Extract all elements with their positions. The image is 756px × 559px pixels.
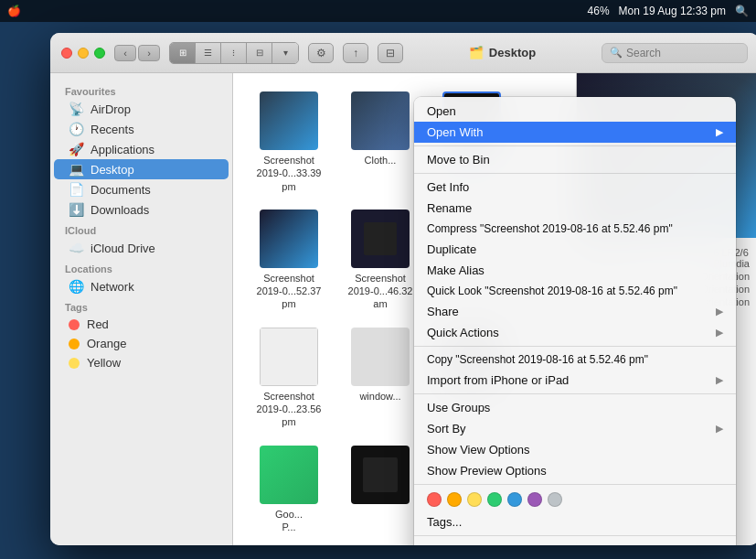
ctx-sep-4 — [414, 393, 736, 394]
sidebar-item-downloads[interactable]: ⬇️ Downloads — [54, 199, 229, 220]
ctx-show-view-options-label: Show View Options — [427, 443, 530, 457]
close-button[interactable] — [61, 48, 72, 59]
ctx-copy[interactable]: Copy "Screenshot 2019-08-16 at 5.52.46 p… — [414, 349, 736, 370]
sidebar-item-recents[interactable]: 🕐 Recents — [54, 119, 229, 139]
sidebar-item-tag-yellow[interactable]: Yellow — [54, 353, 229, 372]
ctx-use-groups[interactable]: Use Groups — [414, 397, 736, 418]
ctx-share[interactable]: Share ▶ — [414, 301, 736, 322]
search-bar[interactable]: 🔍 — [602, 43, 748, 63]
applications-icon: 🚀 — [69, 142, 83, 156]
ctx-tags[interactable]: Tags... — [414, 511, 736, 532]
ctx-sep-3 — [414, 346, 736, 347]
menubar-datetime: Mon 19 Aug 12:33 pm — [619, 5, 726, 17]
ctx-show-view-options[interactable]: Show View Options — [414, 439, 736, 460]
sidebar-section-favourites: Favourites — [50, 81, 232, 99]
menubar-search-icon[interactable]: 🔍 — [735, 5, 749, 17]
file-item-4[interactable]: Screenshot2019-0...46.32 am — [339, 206, 421, 315]
forward-button[interactable]: › — [138, 45, 160, 61]
file-thumb-4 — [351, 210, 410, 268]
minimize-button[interactable] — [78, 48, 89, 59]
menubar-right: 46% Mon 19 Aug 12:33 pm 🔍 — [588, 5, 749, 17]
file-item-6[interactable]: Screenshot2019-0...23.56 pm — [248, 324, 330, 433]
menubar-left: 🍎 — [7, 5, 21, 17]
tag-orange-label: Orange — [87, 337, 126, 350]
sidebar: Favourites 📡 AirDrop 🕐 Recents 🚀 Applica… — [50, 73, 233, 545]
ctx-sep-2 — [414, 173, 736, 174]
sidebar-item-network[interactable]: 🌐 Network — [54, 276, 229, 296]
ctx-copy-label: Copy "Screenshot 2019-08-16 at 5.52.46 p… — [427, 353, 648, 366]
ctx-sep-1 — [414, 145, 736, 146]
documents-label: Documents — [91, 183, 151, 197]
search-input[interactable] — [626, 47, 740, 59]
ctx-compress[interactable]: Compress "Screenshot 2019-08-16 at 5.52.… — [414, 219, 736, 239]
icloud-label: iCloud Drive — [91, 242, 155, 255]
ctx-quick-actions[interactable]: Quick Actions ▶ — [414, 322, 736, 343]
ctx-compress-label: Compress "Screenshot 2019-08-16 at 5.52.… — [427, 222, 673, 235]
arrange-button[interactable]: ⊟ — [378, 43, 403, 63]
ctx-sep-6 — [414, 535, 736, 536]
file-item-7[interactable]: window... — [339, 324, 421, 433]
sidebar-item-icloud-drive[interactable]: ☁️ iCloud Drive — [54, 238, 229, 258]
ctx-duplicate[interactable]: Duplicate — [414, 239, 736, 260]
file-item-9[interactable]: Goo...P... — [248, 442, 330, 538]
search-icon: 🔍 — [610, 47, 623, 59]
list-view-btn[interactable]: ☰ — [196, 43, 221, 63]
file-item-2[interactable]: Cloth... — [339, 88, 421, 197]
ctx-color-purple[interactable] — [527, 492, 542, 507]
ctx-make-alias[interactable]: Make Alias — [414, 260, 736, 281]
ctx-quick-look[interactable]: Quick Look "Screenshot 2019-08-16 at 5.5… — [414, 281, 736, 301]
maximize-button[interactable] — [94, 48, 105, 59]
ctx-tag-colors — [414, 488, 736, 511]
ctx-import-iphone[interactable]: Import from iPhone or iPad ▶ — [414, 370, 736, 391]
file-thumb-7 — [351, 328, 410, 386]
downloads-label: Downloads — [91, 203, 149, 217]
ctx-get-info[interactable]: Get Info — [414, 177, 736, 198]
tag-yellow-label: Yellow — [87, 356, 121, 370]
file-item-3[interactable]: Screenshot2019-0...52.37 pm — [248, 206, 330, 315]
ctx-color-green[interactable] — [487, 492, 502, 507]
sidebar-item-applications[interactable]: 🚀 Applications — [54, 139, 229, 159]
titlebar-title: 🗂️ Desktop — [412, 46, 592, 59]
back-button[interactable]: ‹ — [114, 45, 136, 61]
network-label: Network — [91, 280, 134, 294]
sidebar-item-airdrop[interactable]: 📡 AirDrop — [54, 99, 229, 119]
ctx-color-yellow[interactable] — [467, 492, 482, 507]
context-menu: Open Open With ▶ Move to Bin Get Info Re… — [414, 97, 736, 545]
share-button[interactable]: ↑ — [343, 43, 368, 63]
sidebar-item-documents[interactable]: 📄 Documents — [54, 179, 229, 199]
action-button[interactable]: ⚙ — [308, 43, 334, 63]
column-view-btn[interactable]: ⫶ — [221, 43, 247, 63]
ctx-sort-by[interactable]: Sort By ▶ — [414, 418, 736, 439]
ctx-rename[interactable]: Rename — [414, 198, 736, 219]
view-dropdown-btn[interactable]: ▾ — [272, 43, 298, 63]
traffic-lights — [61, 48, 105, 59]
ctx-share-label: Share — [427, 305, 459, 318]
tag-yellow-dot — [69, 358, 80, 369]
ctx-color-gray[interactable] — [548, 492, 562, 507]
ctx-open-with[interactable]: Open With ▶ — [414, 122, 736, 143]
file-thumb-10 — [351, 446, 410, 504]
icon-view-btn[interactable]: ⊞ — [170, 43, 196, 63]
apple-icon[interactable]: 🍎 — [7, 5, 21, 17]
ctx-color-blue[interactable] — [507, 492, 522, 507]
ctx-move-to-bin[interactable]: Move to Bin — [414, 149, 736, 170]
ctx-color-red[interactable] — [427, 492, 442, 507]
ctx-get-info-label: Get Info — [427, 180, 469, 194]
tag-red-dot — [69, 319, 80, 330]
sidebar-item-tag-orange[interactable]: Orange — [54, 334, 229, 353]
file-item-10[interactable] — [339, 442, 421, 538]
sidebar-item-tag-red[interactable]: Red — [54, 315, 229, 334]
finder-window: ‹ › ⊞ ☰ ⫶ ⊟ ▾ ⚙ ↑ ⊟ 🗂️ Desktop 🔍 Favouri… — [50, 33, 756, 545]
recents-label: Recents — [91, 123, 134, 136]
ctx-color-orange[interactable] — [447, 492, 462, 507]
view-buttons: ⊞ ☰ ⫶ ⊟ ▾ — [169, 42, 299, 64]
ctx-open[interactable]: Open — [414, 101, 736, 122]
file-item-1[interactable]: Screenshot2019-0...33.39 pm — [248, 88, 330, 197]
ctx-set-desktop[interactable]: Set Desktop Picture — [414, 539, 736, 545]
menubar: 🍎 46% Mon 19 Aug 12:33 pm 🔍 — [0, 0, 756, 22]
sidebar-item-desktop[interactable]: 💻 Desktop — [54, 159, 229, 179]
ctx-show-preview-options[interactable]: Show Preview Options — [414, 460, 736, 481]
file-thumb-1 — [260, 91, 318, 150]
ctx-rename-label: Rename — [427, 201, 472, 215]
gallery-view-btn[interactable]: ⊟ — [247, 43, 272, 63]
